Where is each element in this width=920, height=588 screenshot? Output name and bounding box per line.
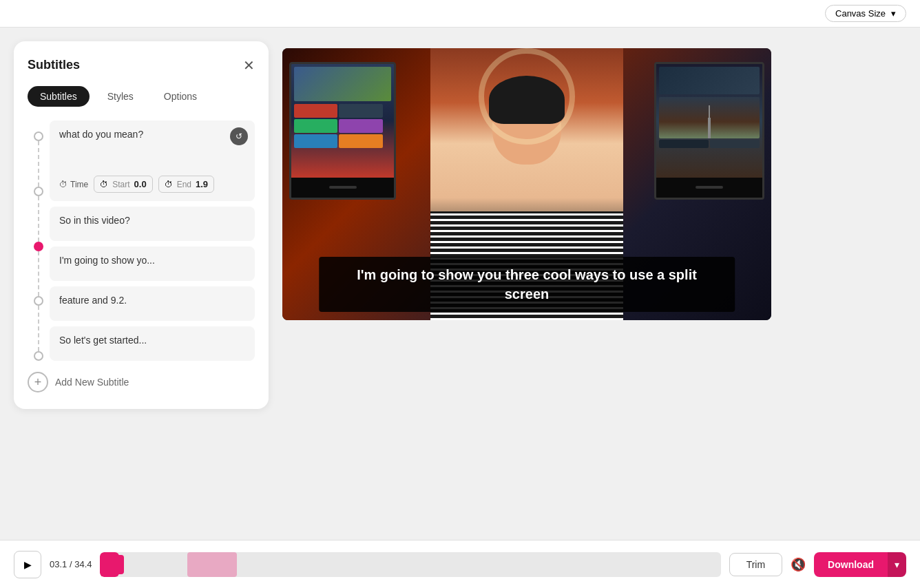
subtitle-items-column: what do you mean? ↺ ⏱ Time ⏱ Start 0.0 (50, 120, 255, 361)
time-label: ⏱ Time (59, 180, 88, 189)
subtitle-overlay: I'm going to show you three cool ways to… (319, 257, 735, 312)
add-icon: + (28, 372, 48, 392)
main-area: Subtitles ✕ Subtitles Styles Options (0, 28, 920, 540)
top-bar: Canvas Size ▾ (0, 0, 920, 28)
bottom-bar: ▶ 03.1 / 34.4 Trim 🔇 Download ▾ (0, 540, 920, 588)
subtitle-item-1[interactable]: what do you mean? ↺ ⏱ Time ⏱ Start 0.0 (50, 120, 255, 201)
end-label: End (177, 180, 191, 189)
canvas-size-button[interactable]: Canvas Size ▾ (825, 5, 906, 22)
download-dropdown-button[interactable]: ▾ (888, 552, 906, 577)
stopwatch-icon-start: ⏱ (100, 180, 108, 189)
play-button[interactable]: ▶ (14, 551, 41, 578)
monitor-right-screen (656, 64, 762, 178)
total-time: 34.4 (74, 559, 92, 569)
reset-icon: ↺ (236, 132, 242, 141)
timeline-line-2 (38, 196, 39, 242)
timeline-column (28, 120, 50, 361)
progress-bar[interactable] (100, 552, 720, 577)
trim-button[interactable]: Trim (729, 553, 782, 576)
subtitle-text-4: feature and 9.2. (59, 295, 127, 306)
clock-icon: ⏱ (59, 180, 67, 189)
panel-header: Subtitles ✕ (28, 58, 255, 72)
download-main-button[interactable]: Download (814, 552, 888, 577)
stopwatch-icon-end: ⏱ (165, 180, 173, 189)
subtitle-item-3[interactable]: I'm going to show yo... (50, 246, 255, 281)
timeline-line-4 (38, 306, 39, 351)
timeline-area: what do you mean? ↺ ⏱ Time ⏱ Start 0.0 (28, 120, 255, 361)
end-time-field[interactable]: ⏱ End 1.9 (158, 176, 214, 193)
progress-marker (187, 552, 237, 577)
subtitle-text-5: So let's get started... (59, 335, 147, 346)
timeline-line-1 (38, 141, 39, 187)
start-time-field[interactable]: ⏱ Start 0.0 (94, 176, 152, 193)
subtitles-panel: Subtitles ✕ Subtitles Styles Options (14, 41, 269, 409)
monitor-right (654, 62, 764, 200)
start-label: Start (112, 180, 129, 189)
download-button-group: Download ▾ (814, 552, 906, 577)
timeline-dot-2 (34, 187, 43, 196)
play-icon: ▶ (24, 559, 32, 570)
timeline-dot-1 (34, 132, 43, 141)
subtitle-text-1: what do you mean? (59, 129, 245, 170)
dropdown-arrow-icon: ▾ (895, 559, 899, 570)
subtitle-item-5[interactable]: So let's get started... (50, 326, 255, 361)
timeline-line-3 (38, 251, 39, 297)
current-time: 03.1 (50, 559, 67, 569)
reset-button[interactable]: ↺ (230, 127, 248, 145)
canvas-size-label: Canvas Size (835, 8, 886, 19)
volume-button[interactable]: 🔇 (791, 557, 806, 572)
subtitle-item-4[interactable]: feature and 9.2. (50, 286, 255, 321)
tab-options[interactable]: Options (151, 86, 209, 107)
tab-subtitles[interactable]: Subtitles (28, 86, 90, 107)
monitor-left (289, 62, 396, 200)
tabs-container: Subtitles Styles Options (28, 86, 255, 107)
time-display: 03.1 / 34.4 (50, 559, 92, 569)
subtitle-text-3: I'm going to show yo... (59, 255, 155, 266)
add-subtitle-button[interactable]: + Add New Subtitle (28, 372, 255, 392)
video-subtitle-text: I'm going to show you three cool ways to… (357, 267, 697, 302)
video-preview: I'm going to show you three cool ways to… (282, 48, 771, 320)
subtitle-item-2[interactable]: So in this video? (50, 207, 255, 241)
volume-icon: 🔇 (791, 558, 806, 571)
monitor-left-screen (291, 64, 394, 178)
timeline-dot-5 (34, 351, 43, 361)
tab-styles[interactable]: Styles (95, 86, 146, 107)
time-controls: ⏱ Time ⏱ Start 0.0 ⏱ End 1.9 (59, 176, 245, 193)
timeline-dot-3 (34, 242, 43, 251)
timeline-dot-4 (34, 296, 43, 306)
subtitle-text-2: So in this video? (59, 215, 130, 226)
progress-thumb[interactable] (114, 555, 124, 574)
add-subtitle-label: Add New Subtitle (55, 377, 129, 388)
panel-title: Subtitles (28, 58, 80, 72)
close-button[interactable]: ✕ (243, 59, 255, 72)
chevron-down-icon: ▾ (891, 8, 896, 19)
start-value: 0.0 (134, 179, 147, 189)
end-value: 1.9 (196, 179, 208, 189)
